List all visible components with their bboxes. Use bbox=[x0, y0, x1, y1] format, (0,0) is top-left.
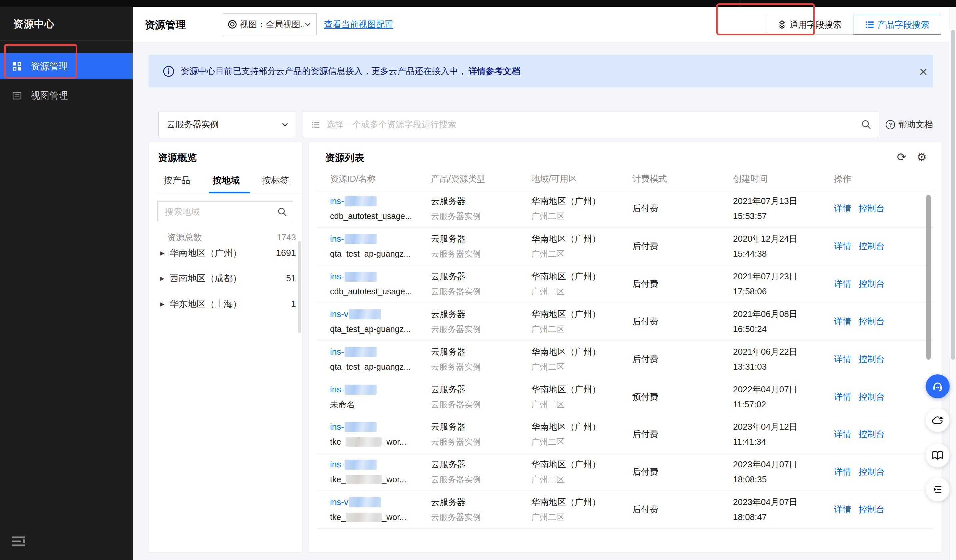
cloud-alert-button[interactable] bbox=[926, 408, 950, 432]
question-circle-icon: ? bbox=[885, 119, 896, 130]
cell-created: 2021年07月13日15:53:57 bbox=[733, 190, 831, 227]
resource-overview-panel: 资源概览 按产品 按地域 按标签 资源总数 1743 ▶ 华南地区（广州） 16… bbox=[149, 143, 302, 552]
console-link[interactable]: 控制台 bbox=[859, 315, 885, 327]
resource-id-link[interactable]: ins- bbox=[330, 422, 344, 432]
resource-id-link[interactable]: ins- bbox=[330, 347, 344, 356]
cell-product: 云服务器云服务器实例 bbox=[431, 416, 529, 453]
console-link[interactable]: 控制台 bbox=[859, 240, 885, 252]
detail-link[interactable]: 详情 bbox=[834, 504, 851, 515]
region-row-east-china[interactable]: ▶ 华东地区（上海） 1 bbox=[160, 295, 296, 313]
gear-icon[interactable]: ⚙ bbox=[914, 150, 929, 165]
cell-region: 华南地区（广州）广州二区 bbox=[531, 340, 630, 378]
tab-by-tag[interactable]: 按标签 bbox=[262, 174, 289, 193]
resource-name: tke__wor... bbox=[330, 510, 428, 524]
region-row-south-china[interactable]: ▶ 华南地区（广州） 1691 bbox=[160, 244, 296, 262]
page-scrollbar-thumb[interactable] bbox=[951, 30, 955, 359]
cell-id-name: ins-v qta_test_ap-guangz... bbox=[330, 303, 428, 340]
detail-link[interactable]: 详情 bbox=[834, 391, 851, 403]
sidebar-item-view-management[interactable]: 视图管理 bbox=[0, 83, 133, 108]
view-selector-value: 视图：全局视图... bbox=[240, 19, 304, 30]
search-icon[interactable] bbox=[277, 207, 288, 217]
redacted-id-block bbox=[349, 309, 381, 319]
resource-id-link[interactable]: ins- bbox=[330, 384, 344, 394]
cell-id-name: ins- cdb_autotest_usage... bbox=[330, 190, 428, 227]
detail-link[interactable]: 详情 bbox=[834, 315, 851, 327]
detail-link[interactable]: 详情 bbox=[834, 278, 851, 290]
expand-arrow-icon[interactable]: ▶ bbox=[160, 301, 164, 307]
detail-link[interactable]: 详情 bbox=[834, 240, 851, 252]
resource-id-link[interactable]: ins- bbox=[330, 234, 344, 244]
overview-title: 资源概览 bbox=[158, 152, 197, 165]
console-link[interactable]: 控制台 bbox=[859, 203, 885, 215]
refresh-icon[interactable]: ⟳ bbox=[895, 150, 909, 165]
redacted-name-block bbox=[346, 513, 382, 522]
detail-link[interactable]: 详情 bbox=[834, 353, 851, 365]
view-config-link[interactable]: 查看当前视图配置 bbox=[324, 19, 393, 30]
resource-field-search-input[interactable] bbox=[326, 119, 861, 130]
detail-link[interactable]: 详情 bbox=[834, 466, 851, 478]
cell-actions: 详情控制台 bbox=[834, 416, 931, 453]
resource-id-link[interactable]: ins-v bbox=[330, 309, 348, 319]
table-row: ins- qta_test_ap-guangz... 云服务器云服务器实例 华南… bbox=[316, 340, 934, 378]
console-link[interactable]: 控制台 bbox=[859, 391, 885, 403]
product-field-search-button[interactable]: 产品字段搜索 bbox=[853, 15, 941, 35]
cell-created: 2021年06月22日13:31:03 bbox=[733, 340, 831, 378]
help-doc-link[interactable]: ? 帮助文档 bbox=[885, 111, 933, 137]
cell-billing: 后付费 bbox=[632, 190, 731, 227]
resource-name: cdb_autotest_usage... bbox=[330, 209, 428, 223]
sidebar-item-resource-management[interactable]: 资源管理 bbox=[0, 53, 133, 79]
resource-list-panel: 资源列表 ⟳ ⚙ 资源ID/名称 产品/资源类型 地域/可用区 计费模式 创建时… bbox=[308, 143, 942, 552]
resource-id-link[interactable]: ins- bbox=[330, 271, 344, 281]
detail-link[interactable]: 详情 bbox=[834, 203, 851, 215]
cell-actions: 详情控制台 bbox=[834, 190, 931, 227]
product-type-select[interactable]: 云服务器实例 bbox=[158, 111, 296, 137]
expand-arrow-icon[interactable]: ▶ bbox=[160, 250, 164, 256]
column-header-billing-mode: 计费模式 bbox=[632, 173, 667, 185]
tab-by-region[interactable]: 按地域 bbox=[212, 174, 240, 193]
documentation-button[interactable] bbox=[926, 444, 950, 467]
cell-actions: 详情控制台 bbox=[834, 453, 931, 491]
console-link[interactable]: 控制台 bbox=[859, 428, 885, 440]
cell-id-name: ins-v tke__wor... bbox=[330, 491, 428, 529]
sidebar-collapse-icon[interactable] bbox=[9, 532, 28, 551]
resource-field-search[interactable] bbox=[303, 111, 879, 137]
customer-support-button[interactable] bbox=[926, 374, 950, 398]
expand-arrow-icon[interactable]: ▶ bbox=[160, 275, 164, 282]
resource-name: qta_test_ap-guangz... bbox=[330, 322, 428, 336]
app-title: 资源中心 bbox=[13, 17, 55, 31]
console-link[interactable]: 控制台 bbox=[859, 353, 885, 365]
sidebar-divider bbox=[0, 40, 133, 41]
tab-by-product[interactable]: 按产品 bbox=[163, 174, 190, 193]
console-link[interactable]: 控制台 bbox=[859, 466, 885, 478]
resource-id-link[interactable]: ins-v bbox=[330, 497, 348, 507]
resource-name: cdb_autotest_usage... bbox=[330, 284, 428, 299]
console-link[interactable]: 控制台 bbox=[859, 504, 885, 515]
detail-link[interactable]: 详情 bbox=[834, 428, 851, 440]
grid-icon bbox=[12, 61, 22, 71]
region-count: 1 bbox=[291, 299, 296, 309]
console-link[interactable]: 控制台 bbox=[859, 278, 885, 290]
topbar-seam bbox=[740, 0, 741, 7]
redacted-id-block bbox=[344, 384, 377, 395]
cell-billing: 后付费 bbox=[632, 265, 731, 303]
region-row-southwest-china[interactable]: ▶ 西南地区（成都） 51 bbox=[160, 269, 296, 287]
cell-actions: 详情控制台 bbox=[834, 227, 931, 265]
banner-doc-link[interactable]: 详情参考文档 bbox=[469, 65, 520, 77]
cell-product: 云服务器云服务器实例 bbox=[431, 453, 529, 491]
resource-id-link[interactable]: ins- bbox=[330, 460, 344, 469]
table-scrollbar[interactable] bbox=[926, 195, 931, 359]
region-search-box[interactable] bbox=[157, 201, 293, 223]
region-search-input[interactable] bbox=[165, 207, 277, 217]
view-selector-dropdown[interactable]: 视图：全局视图... bbox=[223, 13, 316, 35]
resource-name: tke__wor... bbox=[330, 472, 428, 487]
task-list-button[interactable] bbox=[926, 477, 950, 501]
overview-scrollbar[interactable] bbox=[298, 241, 301, 333]
resource-id-link[interactable]: ins- bbox=[330, 196, 344, 206]
banner-text: 资源中心目前已支持部分云产品的资源信息接入，更多云产品还在接入中， 详情参考文档 bbox=[181, 55, 520, 87]
generic-field-search-button[interactable]: 通用字段搜索 bbox=[765, 15, 854, 35]
close-icon[interactable]: × bbox=[914, 55, 933, 87]
cell-actions: 详情控制台 bbox=[834, 378, 931, 416]
cell-region: 华南地区（广州）广州二区 bbox=[531, 265, 630, 303]
search-icon[interactable] bbox=[861, 119, 872, 130]
product-type-value: 云服务器实例 bbox=[167, 119, 281, 130]
